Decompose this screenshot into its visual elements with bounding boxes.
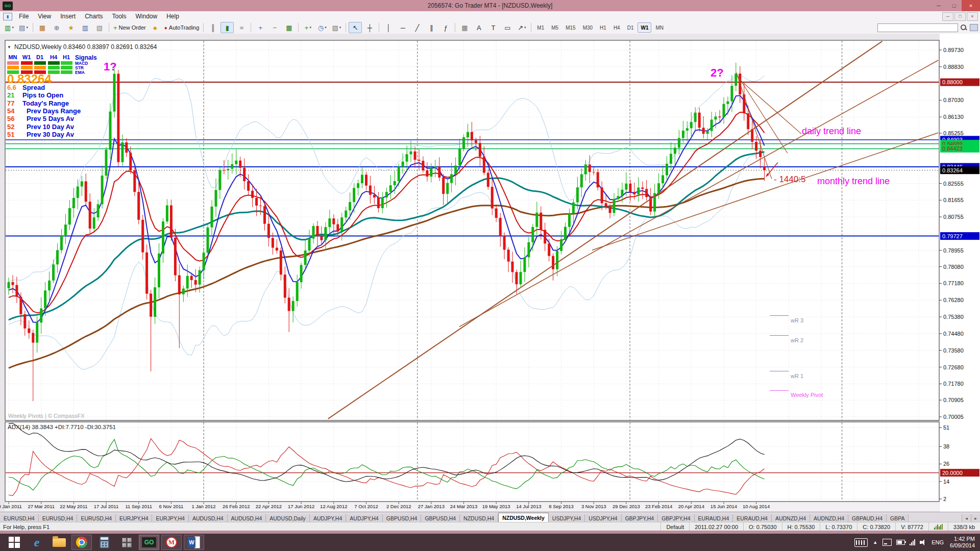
tab-gbpjpy-h4[interactable]: GBPJPY,H4 xyxy=(658,514,694,522)
start-taskbar-icon[interactable] xyxy=(4,535,24,550)
tab-eurjpy-h4[interactable]: EURJPY,H4 xyxy=(116,514,152,522)
tab-euraud-h4[interactable]: EURAUD,H4 xyxy=(695,514,733,522)
chart-canvas[interactable]: wR 3wR 2wR 1Weekly Pivot1?2?daily trend … xyxy=(0,34,980,512)
channel-button[interactable]: ∥ xyxy=(425,22,438,33)
minimize-button[interactable]: ─ xyxy=(931,0,946,11)
grid-button[interactable]: ▦ xyxy=(458,22,471,33)
language-indicator[interactable]: ENG xyxy=(932,539,944,545)
market-watch-button[interactable]: ▦ xyxy=(36,22,49,33)
tab-eurusd-h4[interactable]: EURUSD,H4 xyxy=(0,514,39,522)
autotrading-button[interactable]: ●AutoTrading xyxy=(163,22,201,33)
tab-gbpusd-h4[interactable]: GBPUSD,H4 xyxy=(383,514,422,522)
timeframe-d1-button[interactable]: D1 xyxy=(624,22,637,33)
network-icon[interactable] xyxy=(910,539,915,545)
tab-nzdusd-h4[interactable]: NZDUSD,H4 xyxy=(460,514,498,522)
tab-euraud-h4[interactable]: EURAUD,H4 xyxy=(733,514,772,522)
tab-scroll-right-button[interactable]: ▸ xyxy=(971,514,980,522)
calculator-taskbar-icon[interactable] xyxy=(94,535,114,550)
tab-gbpaud-h4[interactable]: GBPAUD,H4 xyxy=(848,514,887,522)
periods-button[interactable]: ◷▾ xyxy=(315,22,329,33)
restore-child-button[interactable]: □ xyxy=(954,12,966,21)
menu-item-file[interactable]: File xyxy=(14,11,33,21)
timeframe-h4-button[interactable]: H4 xyxy=(610,22,623,33)
candlestick-mode-button[interactable]: ▮ xyxy=(220,22,234,33)
bar-chart-mode-button[interactable]: ║ xyxy=(206,22,219,33)
explorer-taskbar-icon[interactable] xyxy=(49,535,69,550)
tab-gbpa[interactable]: GBPA xyxy=(887,514,909,522)
crosshair-button[interactable]: ┼ xyxy=(363,22,376,33)
indicators-button[interactable]: +▾ xyxy=(301,22,314,33)
menu-item-insert[interactable]: Insert xyxy=(56,11,80,21)
menu-item-tools[interactable]: Tools xyxy=(108,11,131,21)
metaeditor-button[interactable]: ◆ xyxy=(149,22,162,33)
shapes-button[interactable]: ▭ xyxy=(501,22,514,33)
tab-audjpy-h4[interactable]: AUDJPY,H4 xyxy=(310,514,346,522)
vertical-line-button[interactable]: │ xyxy=(382,22,395,33)
tile-windows-button[interactable]: ▦ xyxy=(282,22,296,33)
tab-audusd-h4[interactable]: AUDUSD,H4 xyxy=(228,514,266,522)
timeframe-m30-button[interactable]: M30 xyxy=(580,22,596,33)
gotrader-taskbar-icon[interactable]: GO xyxy=(139,535,159,550)
maximize-button[interactable]: □ xyxy=(946,0,962,11)
new-chart-button[interactable]: ▥▾ xyxy=(3,22,16,33)
search-icon[interactable] xyxy=(960,24,967,31)
toolbar-search-input[interactable] xyxy=(877,23,958,32)
chrome-taskbar-icon[interactable] xyxy=(71,535,92,550)
tab-gbpusd-h4[interactable]: GBPUSD,H4 xyxy=(421,514,460,522)
tray-expand-icon[interactable]: ▲ xyxy=(873,540,877,545)
strategy-tester-button[interactable]: ▧ xyxy=(93,22,106,33)
layout-icon[interactable] xyxy=(970,24,978,31)
fibonacci-button[interactable]: ƒ xyxy=(439,22,452,33)
menu-item-view[interactable]: View xyxy=(33,11,56,21)
text-label-button[interactable]: T xyxy=(486,22,500,33)
navigator-button[interactable]: ★ xyxy=(64,22,78,33)
tab-scroll-left-button[interactable]: ◂ xyxy=(962,514,971,522)
close-button[interactable]: × xyxy=(962,0,980,11)
word-taskbar-icon[interactable]: W xyxy=(184,535,204,550)
tab-audusd-daily[interactable]: AUDUSD,Daily xyxy=(266,514,310,522)
arrows-button[interactable]: ↗▾ xyxy=(515,22,528,33)
profiles-button[interactable]: ▤▾ xyxy=(17,22,30,33)
timeframe-m15-button[interactable]: M15 xyxy=(562,22,578,33)
ie-taskbar-icon[interactable]: e xyxy=(27,535,47,550)
tab-audnzd-h4[interactable]: AUDNZD,H4 xyxy=(772,514,810,522)
metatrader-taskbar-icon[interactable]: M xyxy=(161,535,182,550)
timeframe-mn-button[interactable]: MN xyxy=(652,22,667,33)
cursor-button[interactable]: ↖ xyxy=(349,22,362,33)
timeframe-m5-button[interactable]: M5 xyxy=(548,22,561,33)
tab-eurjpy-h4[interactable]: EURJPY,H4 xyxy=(152,514,188,522)
text-button[interactable]: A xyxy=(472,22,485,33)
taskbar-clock[interactable]: 1:42 PM 6/09/2014 xyxy=(950,536,975,549)
timeframe-w1-button[interactable]: W1 xyxy=(638,22,651,33)
tab-eurusd-h4[interactable]: EURUSD,H4 xyxy=(39,514,78,522)
action-center-icon[interactable] xyxy=(883,539,892,546)
line-chart-mode-button[interactable]: ≈ xyxy=(235,22,248,33)
tab-gbpjpy-h4[interactable]: GBPJPY,H4 xyxy=(622,514,658,522)
tab-audnzd-h4[interactable]: AUDNZD,H4 xyxy=(810,514,848,522)
new-order-button[interactable]: +New Order xyxy=(112,22,148,33)
tab-audusd-h4[interactable]: AUDUSD,H4 xyxy=(189,514,228,522)
terminal-button[interactable]: ▥ xyxy=(79,22,92,33)
menu-item-charts[interactable]: Charts xyxy=(80,11,107,21)
volume-icon[interactable] xyxy=(920,539,927,545)
timeframe-h1-button[interactable]: H1 xyxy=(597,22,609,33)
timeframe-m1-button[interactable]: M1 xyxy=(534,22,547,33)
minimize-child-button[interactable]: ─ xyxy=(942,12,953,21)
tab-usdjpy-h4[interactable]: USDJPY,H4 xyxy=(549,514,585,522)
close-child-button[interactable]: × xyxy=(967,12,978,21)
blocks-taskbar-icon[interactable] xyxy=(116,535,137,550)
touch-keyboard-icon[interactable] xyxy=(854,538,868,547)
data-window-button[interactable]: ⊕ xyxy=(50,22,63,33)
tab-usdjpy-h4[interactable]: USDJPY,H4 xyxy=(585,514,621,522)
menu-item-window[interactable]: Window xyxy=(131,11,162,21)
menu-item-help[interactable]: Help xyxy=(162,11,184,21)
power-icon[interactable] xyxy=(896,540,905,545)
trendline-button[interactable]: ╱ xyxy=(410,22,424,33)
horizontal-line-button[interactable]: ─ xyxy=(396,22,409,33)
templates-button[interactable]: ▧▾ xyxy=(330,22,343,33)
zoom-out-button[interactable]: − xyxy=(268,22,281,33)
tab-nzdusd-weekly[interactable]: NZDUSD,Weekly xyxy=(498,513,549,522)
zoom-in-button[interactable]: + xyxy=(254,22,267,33)
tab-audjpy-h4[interactable]: AUDJPY,H4 xyxy=(346,514,382,522)
tab-eurusd-h4[interactable]: EURUSD,H4 xyxy=(77,514,116,522)
